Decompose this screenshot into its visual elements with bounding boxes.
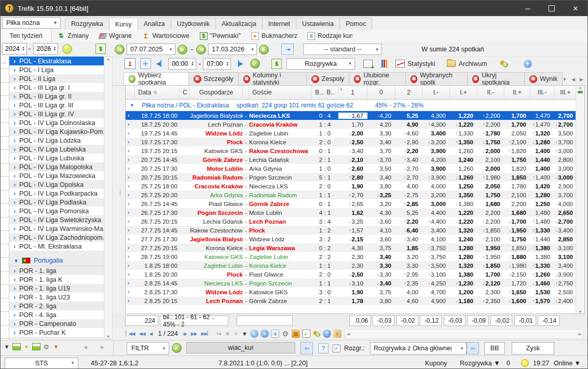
odds-cell-iii-minus[interactable]: 1,380 [530,254,554,260]
odds-cell-ii-minus[interactable]: ↑1,850 [477,227,504,234]
date-to-next-button[interactable]: ▶ [259,45,269,54]
header-cell-c[interactable]: C⇅ [180,86,190,99]
odds-cell-i-minus[interactable]: 4,300 [422,113,450,119]
odds-cell-i-plus[interactable]: 1,280 [450,254,477,260]
bar-chart-icon[interactable] [380,60,388,67]
tab-pomoc[interactable]: Pomoc [339,18,372,30]
odds-cell-0[interactable]: 3,20 [367,201,395,207]
sidebar-item-league[interactable]: ›POR - 4. liga [9,310,104,319]
add-circle-icon[interactable]: + [524,60,532,68]
odds-cell-0[interactable]: 3,50 [367,166,395,172]
odds-cell-iii-minus[interactable]: 1,440 [530,157,554,163]
odds-cell-1[interactable]: ↓3,25 [338,218,367,225]
odds-cell-i-minus[interactable]: 4,200 [422,157,450,163]
odds-cell-i-plus[interactable]: 1,260 [450,148,477,154]
fast-prev-icon[interactable]: ◀◀ [139,331,145,336]
table-row[interactable]: ›19.7.25 20:15Katowice GKS-Rakow Czestoc… [126,146,584,155]
odds-cell-ii-plus[interactable]: ↓2,150 [504,271,530,278]
table-row[interactable]: ›20.7.25 14:45Górnik Zabrze-Lechia Gdańs… [126,155,584,164]
odds-cell-ii-minus[interactable]: ↓1,750 [477,139,504,145]
filter-tab-wybranychspotk[interactable]: ✖Wybranych spotk [405,72,468,85]
skip-to-start-icon[interactable]: ◀▏ [156,60,165,67]
odds-cell-ii-plus[interactable]: 1,750 [504,157,530,163]
odds-cell-i-minus[interactable]: ↑3,750 [422,254,450,260]
table-row[interactable]: ›27.7.25 20:15Korona Kielce-Legia Warsza… [126,243,584,252]
kupony-button[interactable]: Kupony [425,360,447,367]
table-row[interactable]: ›2.8.25 14:45Nieciecza LKS-Pogon Szczeci… [126,279,584,288]
sidebar-item-league[interactable]: ›POL - III Liga gr. III [9,101,104,110]
odds-cell-i-minus[interactable]: ↑3,750 [422,245,450,251]
odds-cell-iii-plus[interactable]: ↓3,900 [554,271,577,278]
odds-cell-i-plus[interactable]: 1,240 [450,157,477,163]
scroll-up-icon[interactable]: ▲ [579,86,582,89]
odds-cell-2[interactable]: 3,30 [395,263,422,269]
tab-aktualizacja[interactable]: Aktualizacja [215,18,263,30]
odds-cell-iii-minus[interactable]: 1,480 [530,210,554,216]
odds-cell-iii-minus[interactable]: ↑1,260 [530,271,554,278]
apply-range-button[interactable]: ⇥ [281,44,294,55]
odds-cell-ii-minus[interactable]: 2,050 [477,183,504,189]
tab-internet[interactable]: Internet [262,18,296,30]
scrollbar-thumb[interactable] [578,91,583,93]
last-page-icon[interactable]: ▶▶▏ [201,331,211,336]
odds-cell-iii-minus[interactable]: ↓1,280 [530,139,554,145]
table-row[interactable]: ›20.7.25 20:15Radomiak Radom-Pogon Szcze… [126,173,584,182]
odds-cell-ii-minus[interactable]: 1,700 [477,271,504,278]
tennis-ball-icon[interactable] [62,44,72,54]
sidebar-item-league[interactable]: ›POR - 2. liga [9,302,104,310]
stake-dollar-button[interactable]: $ [271,59,282,69]
tree-scrollbar[interactable]: ▲▼ [104,57,113,339]
toolbar-button-wartociowe[interactable]: ΣWartościowe [137,30,195,42]
sidebar-item-league[interactable]: ›POL - Ml. Ekstraklasa [9,242,104,251]
year-from-spinner[interactable]: 2024 ▲▼ [2,43,27,54]
odds-cell-i-minus[interactable]: 3,200 [422,192,450,198]
scroll-left-icon[interactable]: ◀ [84,345,87,350]
odds-cell-ii-plus[interactable]: 2,050 [504,130,530,136]
odds-cell-i-plus[interactable]: 1,280 [450,245,477,251]
online-button[interactable]: Online ▼ [554,360,581,367]
table-row[interactable]: ›25.7.25 20:30Arka Gdynia-Radomiak Radom… [126,190,584,199]
header-cell-odds-1[interactable]: 11 [338,86,367,99]
odds-cell-i-plus[interactable]: ↓1,380 [450,201,477,207]
table-row[interactable]: ›2.8.25 20:15Lech Poznan-Górnik Zabrze2 … [126,296,584,305]
next-page-icon[interactable]: ▶ [184,331,187,336]
odds-cell-2[interactable]: 5,25 [395,210,422,216]
toolbar-button-zmiany[interactable]: ⇅Zmiany [52,30,94,42]
prev-page-icon[interactable]: ◀ [149,331,153,336]
sidebar-item-league[interactable]: ›POL - IV Liga Malopolska [9,162,104,171]
odds-cell-ii-minus[interactable]: 2,100 [477,157,504,163]
odds-cell-0[interactable]: ↑3,70 [367,157,395,163]
odds-cell-ii-minus[interactable]: ↑2,100 [477,236,504,242]
time-to-spinner[interactable]: 07:00 ▲▼ [203,58,231,70]
odds-cell-iii-plus[interactable]: 3,700 [554,192,577,198]
sidebar-item-league[interactable]: ›POL - III Liga gr. IV [9,110,104,118]
gear-icon[interactable]: ⚙ [281,330,290,338]
spinner-arrows-icon[interactable]: ▲▼ [226,61,230,66]
table-row[interactable]: ›27.7.25 14:45Rakow Czestochowa-Plock1 :… [126,226,584,235]
odds-cell-i-plus[interactable]: 1,200 [450,289,477,295]
odds-cell-i-plus[interactable]: 1,250 [450,183,477,189]
filter-icon[interactable]: ▼ [3,343,11,351]
odds-cell-2[interactable]: ↓2,75 [395,192,422,198]
odds-cell-iii-plus[interactable]: ↓2,700 [554,218,577,225]
odds-cell-i-plus[interactable]: 1,220 [450,113,477,119]
odds-cell-1[interactable]: 1,78 [338,298,367,304]
odds-cell-ii-minus[interactable]: ↑1,780 [477,130,504,136]
odds-cell-i-plus[interactable]: ↑1,330 [450,130,477,136]
odds-cell-i-minus[interactable]: 3,900 [422,166,450,172]
odds-cell-1[interactable]: 1,62 [338,210,367,216]
clipboard-icon[interactable]: ▤ [292,330,300,338]
group-row[interactable]: ▼ Piłka nożna / POL - Ekstraklasa spotka… [126,100,584,111]
odds-cell-ii-plus[interactable]: 2,200 [504,201,530,207]
tab-kursy[interactable]: Kursy [109,18,138,31]
archiwum-button[interactable]: Archiwum [459,60,487,67]
odds-cell-ii-minus[interactable]: 1,950 [477,245,504,251]
table-row[interactable]: ›26.7.25 14:45Piast Gliwice-Górnik Zabrz… [126,199,584,208]
sidebar-item-league[interactable]: ›POL - IV Liga Lódzka [9,136,104,145]
odds-cell-1[interactable]: ↑2,80 [338,174,367,181]
odds-cell-i-minus[interactable]: 3,000 [422,201,450,207]
help-button[interactable]: ? [318,343,329,353]
odds-cell-2[interactable]: ↑2,35 [395,280,422,286]
odds-cell-ii-plus[interactable]: 1,700 [504,121,530,128]
header-cell-odds-ii-plus[interactable]: II.+ [504,86,530,99]
